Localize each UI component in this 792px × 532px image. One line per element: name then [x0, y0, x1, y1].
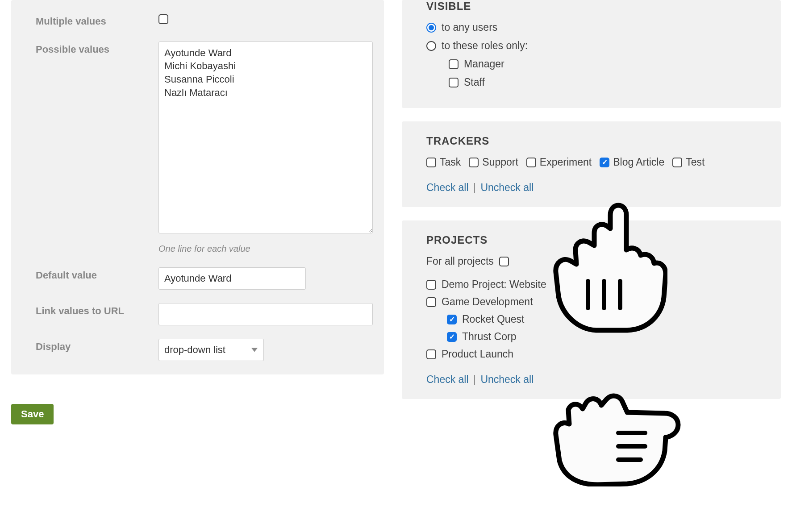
projects-title: PROJECTS: [426, 234, 765, 246]
multiple-values-checkbox[interactable]: [158, 14, 168, 24]
trackers-title: TRACKERS: [426, 135, 765, 147]
role-checkbox-manager[interactable]: [449, 59, 459, 69]
display-label: Display: [36, 339, 158, 353]
projects-link-sep: |: [473, 374, 476, 385]
project-checkbox-rocket-quest[interactable]: [447, 315, 457, 324]
tracker-label-support: Support: [482, 156, 518, 168]
tracker-label-experiment: Experiment: [540, 156, 592, 168]
project-checkbox-game-dev[interactable]: [426, 297, 436, 307]
trackers-panel: TRACKERS Task Support Experiment Blog Ar…: [402, 121, 781, 207]
project-checkbox-product-launch[interactable]: [426, 349, 436, 359]
project-label-game-dev: Game Development: [442, 296, 533, 308]
project-label-product-launch: Product Launch: [442, 348, 513, 360]
link-values-url-input[interactable]: [158, 303, 373, 325]
tracker-label-task: Task: [440, 156, 461, 168]
tracker-checkbox-blog-article[interactable]: [600, 158, 609, 167]
visible-radio-any[interactable]: [426, 23, 436, 33]
visible-panel: VISIBLE to any users to these roles only…: [402, 0, 781, 108]
link-values-url-label: Link values to URL: [36, 303, 158, 318]
tracker-checkbox-support[interactable]: [469, 158, 479, 167]
project-label-thrust-corp: Thrust Corp: [462, 331, 516, 343]
projects-uncheck-all-link[interactable]: Uncheck all: [480, 374, 534, 385]
tracker-checkbox-task[interactable]: [426, 158, 436, 167]
left-form-panel: Multiple values Possible values One line…: [11, 0, 384, 374]
visible-any-label: to any users: [442, 21, 497, 33]
tracker-checkbox-experiment[interactable]: [526, 158, 536, 167]
tracker-checkbox-test[interactable]: [672, 158, 682, 167]
project-checkbox-demo[interactable]: [426, 280, 436, 290]
trackers-check-all-link[interactable]: Check all: [426, 182, 469, 193]
role-label-staff: Staff: [464, 76, 485, 88]
default-value-input[interactable]: [158, 267, 306, 290]
trackers-link-sep: |: [473, 182, 476, 193]
display-select[interactable]: drop-down list: [158, 339, 264, 361]
multiple-values-label: Multiple values: [36, 13, 158, 28]
possible-values-hint: One line for each value: [158, 244, 373, 254]
project-label-demo: Demo Project: Website: [442, 278, 546, 291]
save-button[interactable]: Save: [11, 404, 54, 424]
default-value-label: Default value: [36, 267, 158, 282]
visible-roles-label: to these roles only:: [442, 40, 528, 52]
projects-panel: PROJECTS For all projects Demo Project: …: [402, 220, 781, 399]
possible-values-textarea[interactable]: [158, 42, 373, 233]
for-all-projects-checkbox[interactable]: [499, 257, 509, 266]
projects-check-all-link[interactable]: Check all: [426, 374, 469, 385]
project-label-rocket-quest: Rocket Quest: [462, 313, 524, 325]
visible-radio-roles[interactable]: [426, 41, 436, 51]
project-checkbox-thrust-corp[interactable]: [447, 332, 457, 342]
trackers-uncheck-all-link[interactable]: Uncheck all: [480, 182, 534, 193]
role-checkbox-staff[interactable]: [449, 78, 459, 87]
for-all-projects-label: For all projects: [426, 255, 494, 267]
visible-title: VISIBLE: [426, 0, 765, 12]
possible-values-label: Possible values: [36, 42, 158, 56]
tracker-label-test: Test: [686, 156, 704, 168]
tracker-label-blog-article: Blog Article: [613, 156, 664, 168]
role-label-manager: Manager: [464, 58, 504, 70]
